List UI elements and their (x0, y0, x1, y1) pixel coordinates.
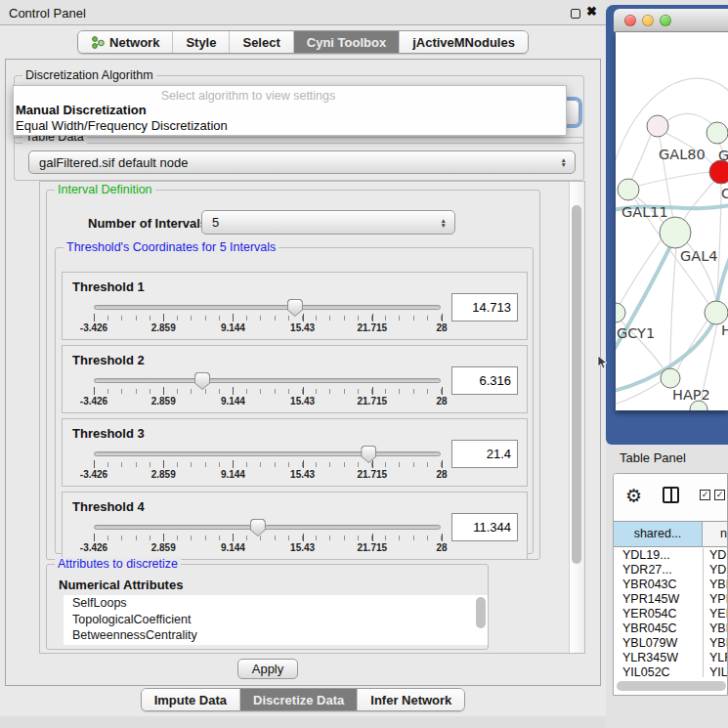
node-label: GAL4 (680, 248, 717, 264)
node-red-selected[interactable] (709, 160, 728, 184)
column-header-shared-name[interactable]: shared... (614, 522, 703, 546)
threshold-value-field[interactable]: 6.316 (451, 366, 518, 395)
cell-shared-name[interactable]: YBR045C (614, 621, 703, 636)
table-row[interactable]: YDL19... YDL1 (614, 548, 728, 563)
table-row[interactable]: YBR045C YBR0 (614, 621, 728, 636)
thresholds-group: Threshold's Coordinates for 5 Intervals … (55, 247, 534, 554)
threshold-slider[interactable] (94, 378, 441, 383)
column-divider (703, 548, 704, 677)
node-h[interactable] (705, 301, 728, 324)
bottom-tab-impute-data[interactable]: Impute Data (142, 689, 240, 710)
vertical-scrollbar[interactable] (569, 182, 583, 653)
list-scrollbar[interactable] (476, 597, 486, 628)
node-gal11[interactable] (618, 179, 639, 200)
table-row[interactable]: YIL052C YIL0 (614, 665, 728, 677)
tick-label: 15.43 (290, 469, 315, 480)
attribute-list-item[interactable]: TopologicalCoefficient (64, 612, 488, 628)
cell-shared-name[interactable]: YLR345W (614, 651, 703, 665)
column-layout-icon[interactable] (663, 487, 679, 503)
tick-label: 21.715 (358, 396, 388, 407)
network-graph: GAL80 GA C GAL11 GAL4 GCY1 H HAP2 (616, 32, 728, 410)
cell-name[interactable]: YBR0 (703, 578, 728, 592)
numerical-attributes-list[interactable]: SelfLoopsTopologicalCoefficientBetweenne… (64, 595, 488, 645)
minimize-traffic-light[interactable] (642, 15, 654, 26)
table-body: YDL19... YDL1 YDR27... YDR2 YBR043C YBR0… (614, 548, 728, 677)
cell-shared-name[interactable]: YIL052C (614, 665, 703, 677)
threshold-label: Threshold 3 (72, 426, 145, 441)
cell-name[interactable]: YER0 (703, 607, 728, 621)
checkbox-icon[interactable]: ✓ (700, 490, 710, 500)
threshold-value-field[interactable]: 21.4 (451, 440, 518, 468)
node-gcy1[interactable] (616, 303, 625, 322)
threshold-value-field[interactable]: 14.713 (451, 293, 518, 321)
table-row[interactable]: YPR145W YPR1 (614, 592, 728, 607)
bottom-tab-infer-network[interactable]: Infer Network (358, 689, 464, 710)
tab-label: Cyni Toolbox (307, 35, 386, 50)
attribute-list-item[interactable]: SelfLoops (64, 595, 488, 612)
tab-style[interactable]: Style (173, 31, 230, 53)
major-tick (233, 387, 234, 395)
network-canvas[interactable]: GAL80 GA C GAL11 GAL4 GCY1 H HAP2 (616, 32, 728, 410)
column-header-name[interactable]: n (703, 522, 728, 546)
threshold-label: Threshold 1 (72, 279, 145, 294)
attribute-list-item[interactable]: BetweennessCentrality (64, 627, 488, 644)
major-tick (94, 314, 95, 321)
table-row[interactable]: YDR27... YDR2 (614, 563, 728, 578)
cell-shared-name[interactable]: YDL19... (614, 548, 703, 563)
node-label: GA (718, 148, 728, 163)
tab-select[interactable]: Select (230, 31, 293, 53)
zoom-traffic-light[interactable] (660, 15, 671, 26)
apply-button[interactable]: Apply (237, 659, 298, 679)
bottom-tab-discretize-data[interactable]: Discretize Data (240, 689, 358, 710)
threshold-slider[interactable] (94, 451, 441, 456)
cell-shared-name[interactable]: YBR043C (614, 578, 703, 592)
interval-definition-title: Interval Definition (55, 183, 155, 196)
table-row[interactable]: YER054C YER0 (614, 607, 728, 621)
gear-icon[interactable]: ⚙ (625, 485, 642, 507)
cell-name[interactable]: YBL0 (703, 636, 728, 651)
node-top-right[interactable] (707, 122, 728, 144)
tab-cyni-toolbox[interactable]: Cyni Toolbox (294, 31, 400, 53)
tab-jactivemnodules[interactable]: jActiveMNodules (400, 31, 528, 53)
node-gal80[interactable] (647, 115, 668, 137)
tab-network[interactable]: Network (78, 31, 173, 53)
vertical-scrollbar-thumb[interactable] (572, 205, 581, 564)
table-row[interactable]: YBL079W YBL0 (614, 636, 728, 651)
popup-option-manual[interactable]: Manual Discretization (14, 103, 566, 118)
node-hap2[interactable] (661, 368, 680, 388)
node-gal4[interactable] (660, 217, 691, 248)
threshold-slider[interactable] (94, 305, 441, 310)
horizontal-scrollbar[interactable] (617, 681, 726, 691)
table-row[interactable]: YLR345W YLR3 (614, 651, 728, 665)
tick-label: 15.43 (290, 396, 315, 407)
cell-name[interactable]: YBR0 (703, 621, 728, 636)
cell-shared-name[interactable]: YER054C (614, 607, 703, 621)
cell-name[interactable]: YIL0 (703, 665, 728, 677)
checkbox-icon[interactable]: ✓ (714, 490, 725, 500)
combo-arrows-icon: ▲▼ (561, 157, 567, 167)
tick-label: 9.144 (221, 322, 245, 333)
cell-shared-name[interactable]: YPR145W (614, 592, 703, 607)
settings-scrollpane: Interval Definition Number of Intervals … (39, 181, 585, 654)
threshold-slider[interactable] (94, 525, 441, 530)
major-tick (372, 314, 373, 321)
major-tick (372, 387, 373, 395)
table-data-combobox[interactable]: galFiltered.sif default node ▲▼ (28, 150, 576, 174)
tick-label: 21.715 (358, 322, 388, 333)
popup-option-equal-width[interactable]: Equal Width/Frequency Discretization (14, 118, 566, 134)
major-tick (303, 534, 304, 541)
cell-shared-name[interactable]: YBL079W (614, 636, 703, 651)
cell-name[interactable]: YDL1 (703, 548, 728, 563)
cell-name[interactable]: YPR1 (703, 592, 728, 607)
cell-shared-name[interactable]: YDR27... (614, 563, 703, 578)
algorithm-dropdown-popup: Select algorithm to view settings Manual… (13, 85, 567, 136)
close-icon[interactable]: ✖ (586, 4, 597, 19)
cell-name[interactable]: YLR3 (703, 651, 728, 665)
close-traffic-light[interactable] (624, 15, 636, 26)
interval-definition-group: Interval Definition Number of Intervals … (46, 190, 540, 560)
table-row[interactable]: YBR043C YBR0 (614, 578, 728, 592)
threshold-value-field[interactable]: 11.344 (451, 513, 518, 541)
number-of-intervals-spinner[interactable]: 5 ▲▼ (201, 210, 455, 235)
float-window-icon[interactable] (571, 9, 580, 19)
cell-name[interactable]: YDR2 (703, 563, 728, 578)
